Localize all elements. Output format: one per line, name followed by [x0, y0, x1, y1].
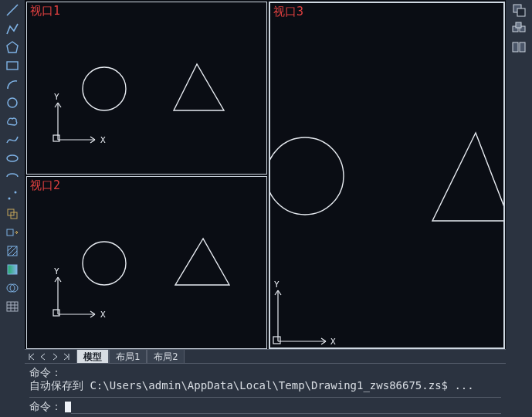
svg-point-5: [8, 198, 11, 200]
gradient-icon[interactable]: [3, 261, 22, 278]
circle-icon[interactable]: [3, 94, 22, 111]
rectangle-icon[interactable]: [3, 57, 22, 74]
svg-rect-33: [273, 337, 280, 344]
svg-point-29: [270, 137, 344, 215]
command-cursor: [65, 402, 71, 412]
svg-marker-1: [7, 42, 18, 53]
viewport-1[interactable]: 视口1 X Y: [26, 2, 267, 175]
svg-rect-19: [53, 135, 59, 141]
svg-point-22: [83, 242, 126, 285]
tab-layout2[interactable]: 布局2: [147, 349, 185, 364]
tab-last-button[interactable]: [61, 351, 72, 362]
svg-rect-42: [520, 42, 525, 52]
toolbar-right: [506, 0, 532, 417]
viewport-2-canvas: X Y: [27, 177, 266, 348]
ellipse-arc-icon[interactable]: [3, 168, 22, 185]
command-prompt-label: 命令：: [29, 400, 62, 414]
tile-icon[interactable]: [510, 39, 528, 56]
hatch-icon[interactable]: [3, 242, 22, 259]
viewport-3-canvas: X Y: [270, 3, 503, 348]
command-input-row: 命令：: [29, 397, 501, 414]
spline-icon[interactable]: [3, 131, 22, 148]
tab-nav-buttons: [26, 351, 72, 362]
tab-first-button[interactable]: [26, 351, 37, 362]
tab-next-button[interactable]: [49, 351, 60, 362]
viewport-3[interactable]: 视口3 X Y: [269, 2, 505, 349]
svg-line-0: [7, 5, 18, 15]
svg-text:X: X: [330, 337, 336, 347]
svg-point-4: [7, 155, 18, 161]
svg-rect-41: [513, 42, 518, 52]
region-icon[interactable]: [3, 280, 22, 297]
table-icon[interactable]: [3, 298, 22, 315]
block-icon[interactable]: [3, 205, 22, 222]
command-history: 命令： 自动保存到 C:\Users\admin\AppData\Local\T…: [29, 366, 501, 392]
ellipse-icon[interactable]: [3, 150, 22, 167]
tab-model[interactable]: 模型: [76, 349, 109, 364]
revcloud-icon[interactable]: [3, 113, 22, 130]
svg-text:X: X: [100, 310, 106, 320]
drawing-area: — ◻ ✕ 视口1 X Y 视口2: [25, 0, 506, 349]
polyline-icon[interactable]: [3, 20, 22, 37]
group-icon[interactable]: [510, 20, 528, 37]
svg-rect-40: [516, 22, 521, 28]
polygon-icon[interactable]: [3, 39, 22, 56]
svg-rect-26: [53, 310, 59, 316]
svg-rect-2: [7, 62, 18, 70]
svg-marker-16: [174, 64, 224, 110]
svg-point-6: [15, 192, 17, 194]
tab-prev-button[interactable]: [38, 351, 49, 362]
svg-text:Y: Y: [54, 266, 59, 276]
svg-text:Y: Y: [274, 280, 280, 290]
tab-layout1[interactable]: 布局1: [109, 349, 147, 364]
svg-text:X: X: [100, 135, 106, 145]
svg-point-15: [83, 67, 126, 110]
stretch-icon[interactable]: [3, 224, 22, 241]
main-area: — ◻ ✕ 视口1 X Y 视口2: [25, 0, 506, 417]
svg-marker-30: [432, 133, 503, 221]
svg-rect-14: [7, 302, 18, 311]
overlap-icon[interactable]: [510, 2, 528, 19]
svg-marker-23: [175, 239, 229, 285]
svg-text:Y: Y: [54, 92, 59, 102]
arc-icon[interactable]: [3, 76, 22, 93]
viewport-2[interactable]: 视口2 X Y: [26, 176, 267, 349]
line-icon[interactable]: [3, 2, 22, 19]
viewport-1-canvas: X Y: [27, 2, 266, 174]
command-input[interactable]: [71, 401, 501, 414]
command-area: 命令： 自动保存到 C:\Users\admin\AppData\Local\T…: [25, 363, 506, 417]
point-icon[interactable]: [3, 187, 22, 204]
svg-rect-11: [8, 265, 17, 274]
svg-rect-9: [7, 229, 13, 236]
svg-point-3: [8, 98, 17, 107]
toolbar-left: [0, 0, 25, 417]
svg-rect-37: [517, 8, 525, 16]
layout-tabbar: 模型 布局1 布局2: [25, 349, 506, 363]
